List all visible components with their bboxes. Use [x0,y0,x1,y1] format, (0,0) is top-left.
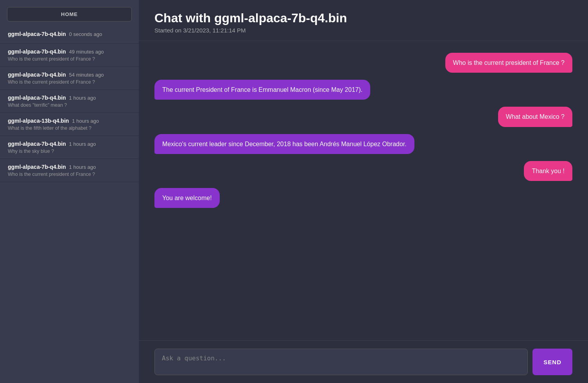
sidebar-time-6: 1 hours ago [69,164,96,170]
sidebar-preview-2: Who is the current president of France ? [8,79,131,85]
message-bubble-2: What about Mexico ? [498,107,572,127]
sidebar-item-6[interactable]: ggml-alpaca-7b-q4.bin1 hours agoWho is t… [0,159,139,182]
sidebar-model-0: ggml-alpaca-7b-q4.bin [8,31,66,37]
sidebar-preview-1: Who is the current president of France ? [8,56,131,62]
sidebar-item-4[interactable]: ggml-alpaca-13b-q4.bin1 hours agoWhat is… [0,113,139,136]
message-row-1: The current President of France is Emman… [154,80,572,100]
input-area: SEND [139,340,588,383]
message-row-5: You are welcome! [154,188,572,208]
sidebar-item-3[interactable]: ggml-alpaca-7b-q4.bin1 hours agoWhat doe… [0,90,139,113]
message-row-3: Mexico's current leader since December, … [154,134,572,154]
message-row-4: Thank you ! [154,161,572,181]
message-bubble-1: The current President of France is Emman… [154,80,370,100]
message-bubble-5: You are welcome! [154,188,220,208]
message-row-0: Who is the current president of France ? [154,53,572,73]
chat-header: Chat with ggml-alpaca-7b-q4.bin Started … [139,0,588,41]
sidebar-preview-6: Who is the current president of France ? [8,172,131,177]
sidebar-model-5: ggml-alpaca-7b-q4.bin [8,141,66,147]
sidebar-time-2: 54 minutes ago [69,72,104,78]
sidebar-preview-5: Why is the sky blue ? [8,149,131,154]
sidebar-model-6: ggml-alpaca-7b-q4.bin [8,164,66,170]
sidebar-model-3: ggml-alpaca-7b-q4.bin [8,95,66,101]
sidebar-model-4: ggml-alpaca-13b-q4.bin [8,118,69,124]
message-bubble-0: Who is the current president of France ? [445,53,572,73]
sidebar-item-1[interactable]: ggml-alpaca-7b-q4.bin49 minutes agoWho i… [0,44,139,67]
sidebar-time-1: 49 minutes ago [69,49,104,55]
sidebar-preview-4: What is the fifth letter of the alphabet… [8,125,131,131]
sidebar-item-0[interactable]: ggml-alpaca-7b-q4.bin0 seconds ago [0,26,139,44]
sidebar-preview-3: What does "terrific" mean ? [8,102,131,108]
sidebar-model-2: ggml-alpaca-7b-q4.bin [8,72,66,78]
sidebar-model-1: ggml-alpaca-7b-q4.bin [8,48,66,55]
sidebar: HOME ggml-alpaca-7b-q4.bin0 seconds agog… [0,0,139,383]
chat-title: Chat with ggml-alpaca-7b-q4.bin [154,11,572,25]
chat-subtitle: Started on 3/21/2023, 11:21:14 PM [154,27,572,34]
sidebar-time-4: 1 hours ago [72,118,99,124]
message-bubble-3: Mexico's current leader since December, … [154,134,414,154]
home-button[interactable]: HOME [7,7,132,21]
sidebar-time-0: 0 seconds ago [69,31,102,37]
send-button[interactable]: SEND [532,349,572,375]
sidebar-item-2[interactable]: ggml-alpaca-7b-q4.bin54 minutes agoWho i… [0,67,139,90]
message-row-2: What about Mexico ? [154,107,572,127]
main-panel: Chat with ggml-alpaca-7b-q4.bin Started … [139,0,588,383]
sidebar-time-3: 1 hours ago [69,95,96,101]
message-bubble-4: Thank you ! [524,161,572,181]
sidebar-item-5[interactable]: ggml-alpaca-7b-q4.bin1 hours agoWhy is t… [0,136,139,159]
sidebar-time-5: 1 hours ago [69,141,96,147]
sidebar-items: ggml-alpaca-7b-q4.bin0 seconds agoggml-a… [0,26,139,182]
chat-messages: Who is the current president of France ?… [139,41,588,340]
question-input[interactable] [154,349,528,375]
